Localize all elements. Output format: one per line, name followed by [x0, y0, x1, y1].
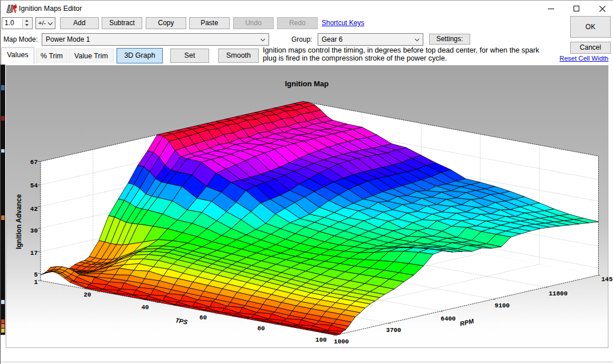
svg-text:67: 67	[30, 159, 38, 166]
svg-text:60: 60	[199, 314, 207, 321]
svg-text:54: 54	[30, 182, 38, 189]
svg-text:14500: 14500	[602, 276, 613, 283]
svg-text:42: 42	[30, 206, 38, 213]
svg-text:6400: 6400	[440, 315, 455, 322]
svg-text:1000: 1000	[334, 338, 348, 345]
svg-text:20: 20	[83, 291, 91, 298]
svg-text:Ignition Advance: Ignition Advance	[15, 194, 23, 250]
svg-text:1: 1	[34, 279, 38, 286]
svg-text:5: 5	[34, 271, 38, 278]
svg-text:100: 100	[315, 337, 327, 343]
svg-text:40: 40	[141, 304, 149, 311]
svg-text:30: 30	[30, 227, 38, 234]
svg-text:17: 17	[30, 250, 38, 257]
svg-text:TPS: TPS	[175, 317, 189, 326]
svg-text:Ignition Map: Ignition Map	[285, 79, 329, 88]
svg-text:9100: 9100	[495, 302, 510, 309]
svg-text:RPM: RPM	[459, 317, 475, 327]
svg-text:80: 80	[257, 325, 265, 332]
svg-text:3700: 3700	[386, 327, 401, 334]
svg-text:11800: 11800	[548, 290, 567, 297]
